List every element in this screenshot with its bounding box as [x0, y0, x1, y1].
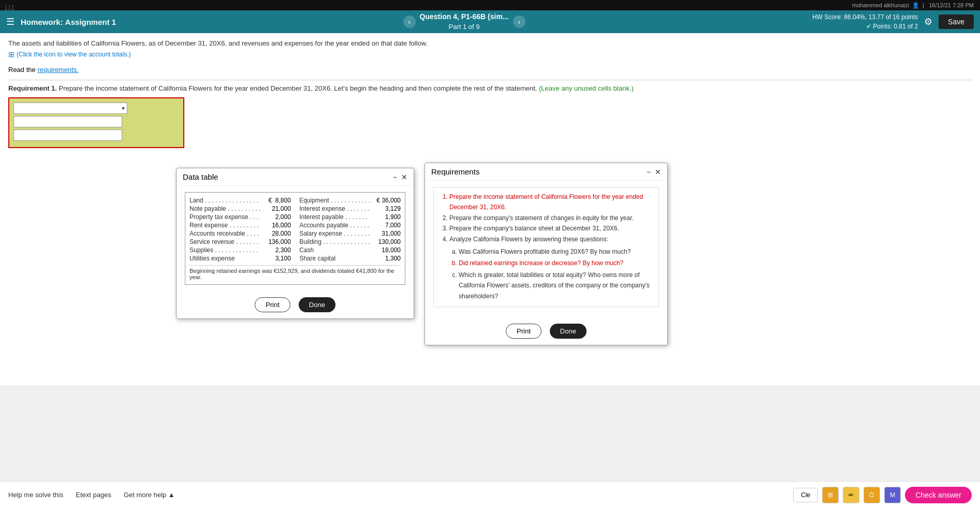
dt-interestpay-label: Interest payable . . . . . . .	[299, 213, 368, 221]
account-totals-link[interactable]: ⊞ (Click the icon to view the account to…	[8, 50, 131, 59]
dt-rentexp-label: Rent expense . . . . . . . . .	[189, 222, 259, 229]
dt-utilitiesexp-val: 3,100	[275, 255, 291, 262]
data-table-note: Beginning retained earnings was €152,929…	[189, 265, 401, 280]
data-table-done-button[interactable]: Done	[299, 297, 335, 312]
heading-field-3[interactable]	[13, 129, 122, 141]
dt-sharecapital-label: Share capital	[299, 255, 335, 262]
top-bar: ☰ Homework: Assignment 1 ‹ Question 4, P…	[0, 10, 980, 33]
data-table-print-button[interactable]: Print	[255, 297, 290, 312]
req-item-4: Analyze California Flowers by answering …	[449, 234, 652, 301]
grid-icon: ⊞	[8, 50, 14, 59]
save-button[interactable]: Save	[939, 14, 974, 29]
dt-accpay-val: 7,000	[385, 222, 401, 229]
dt-sharecapital-val: 1,300	[385, 255, 401, 262]
dt-interestpay-val: 1,900	[385, 213, 401, 221]
requirements-close-button[interactable]: ✕	[655, 168, 661, 176]
req-item-1: Prepare the income statement of Californ…	[449, 192, 652, 213]
dt-interestexp-label: Interest expense . . . . . . .	[299, 205, 369, 212]
dt-supplies-label: Supplies . . . . . . . . . . . . .	[189, 246, 258, 254]
dt-notepayable-label: Note payable . . . . . . . . . .	[189, 205, 260, 212]
score-info: HW Score: 86.04%, 13.77 of 16 points ✔ P…	[812, 12, 918, 31]
dt-accpay-label: Accounts payable . . . . . .	[299, 222, 369, 229]
requirements-modal-footer: Print Done	[425, 317, 667, 345]
dt-accrec-val: 28,000	[272, 230, 291, 237]
dt-salaryexp-val: 31,000	[382, 230, 401, 237]
dt-building-val: 130,000	[378, 238, 401, 245]
question-label: Question 4, P1-66B (sim... Part 1 of 9	[420, 12, 509, 32]
dt-proptax-val: 2,000	[275, 213, 291, 221]
dt-notepayable-val: 21,000	[272, 205, 291, 212]
heading-field-2[interactable]	[13, 116, 122, 127]
heading-dropdown[interactable]	[13, 103, 127, 114]
dt-supplies-val: 2,300	[275, 246, 291, 254]
req-item-3: Prepare the company's balance sheet at D…	[449, 223, 652, 234]
dt-utilitiesexp-label: Utilities expense	[189, 255, 235, 262]
dt-accrec-label: Accounts receivable . . . .	[189, 230, 259, 237]
requirements-print-button[interactable]: Print	[506, 324, 542, 339]
req-item-4b: Did retained earnings increase or decrea…	[459, 258, 652, 268]
dt-proptax-label: Property tax expense . . .	[189, 213, 258, 221]
dt-interestexp-val: 3,129	[385, 205, 401, 212]
prev-question-button[interactable]: ‹	[403, 16, 416, 28]
main-content: The assets and liabilities of California…	[0, 33, 980, 385]
req-item-4c: Which is greater, total liabilities or t…	[459, 270, 652, 301]
req-item-4a: Was California Flowers profitable during…	[459, 246, 652, 257]
gear-icon[interactable]: ⚙	[924, 16, 932, 27]
user-bar: mohammed alkhunaizi 👤 | 16/12/21 7:28 PM	[0, 0, 980, 10]
dt-building-label: Building . . . . . . . . . . . . . .	[299, 238, 370, 245]
dt-land-val: € 8,800	[268, 197, 290, 204]
dt-cash-label: Cash	[299, 246, 314, 254]
requirements-link[interactable]: requirements.	[37, 66, 78, 74]
requirements-modal-header: Requirements − ✕	[425, 163, 667, 181]
requirements-modal: Requirements − ✕ Prepare the income stat…	[425, 163, 668, 345]
next-question-button[interactable]: ›	[513, 16, 525, 28]
data-table-title: Data table	[183, 172, 218, 181]
data-table-body: Land . . . . . . . . . . . . . . . . € 8…	[177, 186, 414, 291]
data-table-content: Land . . . . . . . . . . . . . . . . € 8…	[185, 192, 405, 285]
dt-servicerev-val: 136,000	[268, 238, 290, 245]
requirements-modal-body: Prepare the income statement of Californ…	[425, 181, 667, 317]
dt-equipment-label: Equipment . . . . . . . . . . . .	[299, 197, 370, 204]
intro-text: The assets and liabilities of California…	[8, 39, 972, 47]
menu-icon[interactable]: ☰	[6, 16, 14, 27]
read-requirements-text: Read the requirements.	[8, 66, 972, 74]
requirements-minimize-button[interactable]: −	[647, 168, 651, 176]
tab-number: 111	[4, 4, 14, 11]
req-item-2: Prepare the company's statement of chang…	[449, 213, 652, 223]
data-table-modal: Data table − ✕ Land . . . . . . . . . . …	[176, 168, 414, 319]
dt-equipment-val: € 36,000	[376, 197, 401, 204]
requirements-done-button[interactable]: Done	[550, 324, 587, 339]
data-table-close-button[interactable]: ✕	[401, 173, 407, 181]
requirements-modal-title: Requirements	[431, 167, 479, 176]
dt-servicerev-label: Service revenue . . . . . . .	[189, 238, 258, 245]
data-table-footer: Print Done	[177, 291, 414, 318]
dt-salaryexp-label: Salary expense . . . . . . . .	[299, 230, 370, 237]
requirement-header: Requirement 1. Prepare the income statem…	[8, 84, 972, 92]
dt-rentexp-val: 16,000	[272, 222, 291, 229]
dt-cash-val: 18,000	[382, 246, 401, 254]
input-area	[8, 97, 184, 148]
homework-title: Homework: Assignment 1	[21, 18, 116, 26]
data-table-minimize-button[interactable]: −	[393, 173, 397, 181]
requirements-list-container: Prepare the income statement of Californ…	[433, 187, 659, 307]
dt-land-label: Land . . . . . . . . . . . . . . . .	[189, 197, 258, 204]
data-table-header: Data table − ✕	[177, 168, 414, 186]
user-info: mohammed alkhunaizi 👤 | 16/12/21 7:28 PM	[852, 2, 974, 9]
